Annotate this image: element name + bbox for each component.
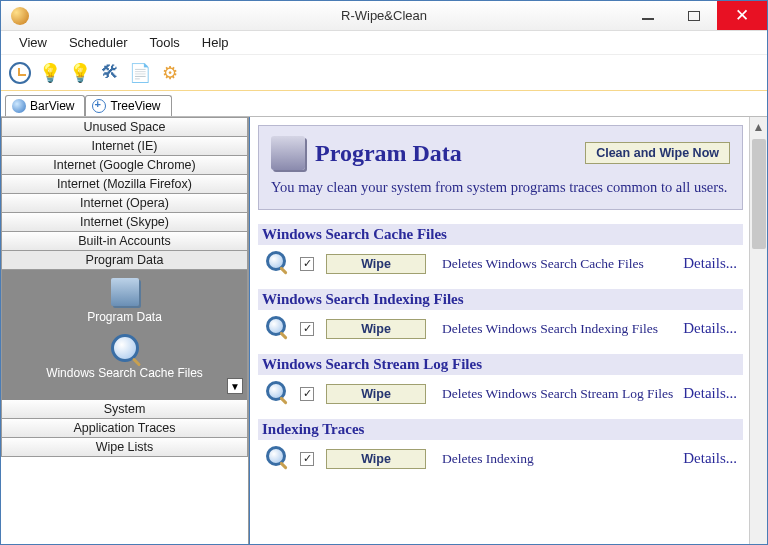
row-desc-traces: Deletes Indexing [432, 451, 677, 467]
sidebar-item-unused-space[interactable]: Unused Space [1, 117, 248, 137]
menu-tools[interactable]: Tools [140, 32, 190, 53]
menubar: View Scheduler Tools Help [1, 31, 767, 55]
hint-icon-1[interactable]: 💡 [39, 62, 61, 84]
sidebar-item-program-data[interactable]: Program Data [1, 251, 248, 270]
details-link-cache[interactable]: Details... [683, 255, 741, 272]
scroll-thumb[interactable] [752, 139, 766, 249]
details-link-stream[interactable]: Details... [683, 385, 741, 402]
main: Unused Space Internet (IE) Internet (Goo… [1, 117, 767, 544]
sidebar-item-app-traces[interactable]: Application Traces [1, 419, 248, 438]
sidebar-expanded-program-data[interactable]: Program Data [6, 278, 243, 324]
file-icon[interactable]: 📄 [129, 62, 151, 84]
details-link-traces[interactable]: Details... [683, 450, 741, 467]
sidebar-item-chrome[interactable]: Internet (Google Chrome) [1, 156, 248, 175]
sidebar-expanded-title: Program Data [6, 310, 243, 324]
titlebar: R-Wipe&Clean ✕ [1, 1, 767, 31]
maximize-button[interactable] [671, 1, 717, 30]
toolbar: 💡 💡 🛠 📄 ⚙ [1, 55, 767, 91]
sidebar: Unused Space Internet (IE) Internet (Goo… [1, 117, 249, 544]
scrollbar[interactable]: ▲ [749, 117, 767, 544]
menu-scheduler[interactable]: Scheduler [59, 32, 138, 53]
magnifier-icon [111, 334, 139, 362]
content-inner: Program Data Clean and Wipe Now You may … [250, 117, 749, 544]
view-tabstrip: BarView TreeView [1, 91, 767, 117]
row-desc-cache: Deletes Windows Search Cache Files [432, 256, 677, 272]
section-row-cache: ✓ Wipe Deletes Windows Search Cache File… [258, 245, 743, 283]
globe-icon [12, 99, 26, 113]
menu-view[interactable]: View [9, 32, 57, 53]
section-head-traces: Indexing Traces [258, 419, 743, 440]
close-button[interactable]: ✕ [717, 1, 767, 30]
checkbox-stream[interactable]: ✓ [300, 387, 314, 401]
scroll-up-icon[interactable]: ▲ [750, 117, 767, 137]
search-icon [264, 314, 294, 344]
settings-icon[interactable]: ⚙ [159, 62, 181, 84]
page-title: Program Data [315, 140, 575, 167]
tab-treeview[interactable]: TreeView [85, 95, 171, 116]
clean-wipe-button[interactable]: Clean and Wipe Now [585, 142, 730, 164]
checkbox-cache[interactable]: ✓ [300, 257, 314, 271]
section-row-stream: ✓ Wipe Deletes Windows Search Stream Log… [258, 375, 743, 413]
tab-barview[interactable]: BarView [5, 95, 85, 116]
tab-treeview-label: TreeView [110, 99, 160, 113]
sidebar-expanded-sub: Windows Search Cache Files [6, 366, 243, 380]
sidebar-expanded-panel: Program Data Windows Search Cache Files … [1, 270, 248, 400]
app-icon [11, 7, 29, 25]
wipe-button-indexing[interactable]: Wipe [326, 319, 426, 339]
window-title: R-Wipe&Clean [341, 8, 427, 23]
sidebar-expanded-cache-files[interactable]: Windows Search Cache Files [6, 334, 243, 380]
row-desc-stream: Deletes Windows Search Stream Log Files [432, 386, 677, 402]
sidebar-item-firefox[interactable]: Internet (Mozilla Firefox) [1, 175, 248, 194]
folders-icon [111, 278, 139, 306]
window-controls: ✕ [625, 1, 767, 30]
tab-barview-label: BarView [30, 99, 74, 113]
sidebar-item-skype[interactable]: Internet (Skype) [1, 213, 248, 232]
sidebar-dropdown-button[interactable]: ▼ [227, 378, 243, 394]
section-row-indexing: ✓ Wipe Deletes Windows Search Indexing F… [258, 310, 743, 348]
schedule-icon[interactable] [9, 62, 31, 84]
search-icon [264, 249, 294, 279]
content-header: Program Data Clean and Wipe Now You may … [258, 125, 743, 210]
sidebar-item-ie[interactable]: Internet (IE) [1, 137, 248, 156]
section-row-traces: ✓ Wipe Deletes Indexing Details... [258, 440, 743, 478]
menu-help[interactable]: Help [192, 32, 239, 53]
page-description: You may clean your system from system pr… [271, 178, 730, 197]
section-head-cache: Windows Search Cache Files [258, 224, 743, 245]
search-icon [264, 444, 294, 474]
wipe-button-traces[interactable]: Wipe [326, 449, 426, 469]
program-data-icon [271, 136, 305, 170]
section-head-indexing: Windows Search Indexing Files [258, 289, 743, 310]
details-link-indexing[interactable]: Details... [683, 320, 741, 337]
wipe-button-stream[interactable]: Wipe [326, 384, 426, 404]
sidebar-item-accounts[interactable]: Built-in Accounts [1, 232, 248, 251]
sidebar-item-wipe-lists[interactable]: Wipe Lists [1, 438, 248, 457]
sidebar-item-system[interactable]: System [1, 400, 248, 419]
tree-icon [92, 99, 106, 113]
search-icon [264, 379, 294, 409]
checkbox-indexing[interactable]: ✓ [300, 322, 314, 336]
row-desc-indexing: Deletes Windows Search Indexing Files [432, 321, 677, 337]
content-panel: Program Data Clean and Wipe Now You may … [249, 117, 767, 544]
section-head-stream: Windows Search Stream Log Files [258, 354, 743, 375]
minimize-button[interactable] [625, 1, 671, 30]
checkbox-traces[interactable]: ✓ [300, 452, 314, 466]
wipe-button-cache[interactable]: Wipe [326, 254, 426, 274]
hint-icon-2[interactable]: 💡 [69, 62, 91, 84]
sidebar-item-opera[interactable]: Internet (Opera) [1, 194, 248, 213]
tools-icon[interactable]: 🛠 [99, 62, 121, 84]
